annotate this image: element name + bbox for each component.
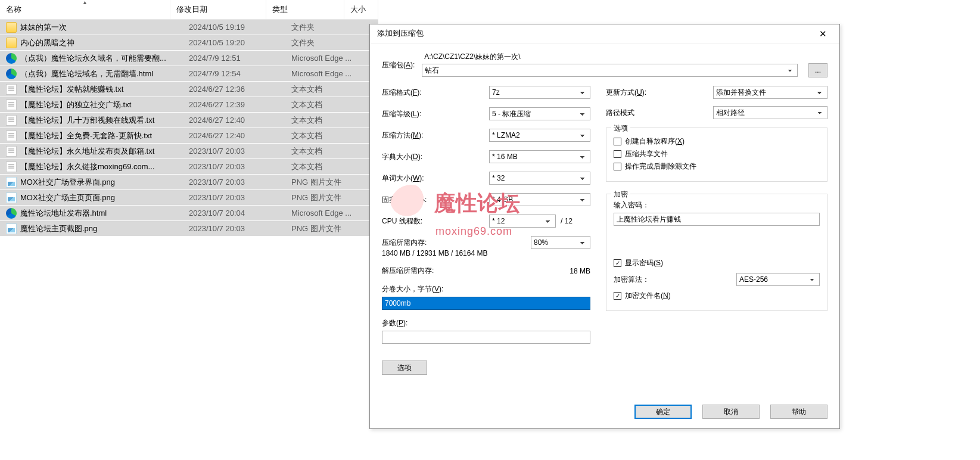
table-row[interactable]: MOX社交广场主页页面.png2023/10/7 20:03PNG 图片文件 (0, 190, 378, 206)
archive-label: 压缩包(A): (382, 52, 415, 70)
file-date: 2024/10/5 19:19 (183, 23, 285, 32)
file-date: 2024/10/5 19:20 (183, 38, 285, 47)
table-row[interactable]: 【魔性论坛】永久地址发布页及邮箱.txt2023/10/7 20:03文本文档 (0, 144, 378, 159)
table-row[interactable]: 【魔性论坛】的独立社交广场.txt2024/6/27 12:39文本文档 (0, 97, 378, 113)
table-row[interactable]: 【魔性论坛】发帖就能赚钱.txt2024/6/27 12:36文本文档 (0, 82, 378, 97)
password-input[interactable] (614, 213, 820, 226)
folder-icon (6, 38, 17, 48)
header-name[interactable]: ▲名称 (0, 0, 170, 19)
file-name: 魔性论坛地址发布器.html (20, 208, 107, 219)
dialog-title: 添加到压缩包 (377, 29, 424, 39)
format-label: 压缩格式(F): (382, 88, 489, 98)
method-label: 压缩方法(M): (382, 130, 489, 141)
file-type: PNG 图片文件 (285, 223, 369, 234)
browse-button[interactable]: ... (808, 63, 827, 77)
show-password-checkbox[interactable]: 显示密码(S) (614, 258, 820, 268)
file-type: 文本文档 (285, 100, 369, 110)
dict-select[interactable]: * 16 MB (489, 150, 590, 163)
list-header: ▲名称 修改日期 类型 大小 (0, 0, 378, 20)
file-name: MOX社交广场主页页面.png (20, 192, 115, 203)
file-name: （点我）魔性论坛域名，无需翻墙.html (20, 69, 153, 79)
file-name: 【魔性论坛】永久地址发布页及邮箱.txt (20, 146, 154, 157)
mem-compress-value: 1840 MB / 12931 MB / 16164 MB (382, 249, 590, 257)
table-row[interactable]: 魔性论坛主页截图.png2023/10/7 20:03PNG 图片文件 (0, 221, 378, 237)
encrypt-names-checkbox[interactable]: 加密文件名(N) (614, 291, 820, 301)
level-select[interactable]: 5 - 标准压缩 (489, 107, 590, 120)
table-row[interactable]: MOX社交广场登录界面.png2023/10/7 20:03PNG 图片文件 (0, 175, 378, 190)
delete-checkbox[interactable]: 操作完成后删除源文件 (614, 161, 820, 172)
mem-decompress-label: 解压缩所需内存: (382, 266, 434, 276)
pathmode-label: 路径模式 (606, 108, 713, 118)
file-name: 魔性论坛主页截图.png (20, 223, 97, 234)
table-row[interactable]: （点我）魔性论坛域名，无需翻墙.html2024/7/9 12:54Micros… (0, 66, 378, 82)
mem-compress-label: 压缩所需内存: (382, 238, 427, 248)
table-row[interactable]: 魔性论坛地址发布器.html2023/10/7 20:04Microsoft E… (0, 206, 378, 221)
txt-icon (6, 100, 17, 110)
file-type: Microsoft Edge ... (285, 54, 369, 63)
table-row[interactable]: 妹妹的第一次2024/10/5 19:19文件夹 (0, 20, 378, 35)
word-label: 单词大小(W): (382, 173, 489, 184)
options-legend: 选项 (611, 123, 630, 133)
table-row[interactable]: （点我）魔性论坛永久域名，可能需要翻...2024/7/9 12:51Micro… (0, 51, 378, 66)
checkbox-icon (614, 163, 621, 170)
file-list: ▲名称 修改日期 类型 大小 妹妹的第一次2024/10/5 19:19文件夹内… (0, 0, 378, 237)
file-date: 2023/10/7 20:03 (183, 178, 285, 187)
shared-checkbox[interactable]: 压缩共享文件 (614, 149, 820, 159)
dialog-titlebar[interactable]: 添加到压缩包 ✕ (370, 24, 839, 43)
file-name: MOX社交广场登录界面.png (20, 177, 115, 188)
file-name: 【魔性论坛】永久链接moxing69.com... (20, 161, 154, 172)
mem-pct-select[interactable]: 80% (531, 236, 590, 249)
enc-method-label: 加密算法： (614, 275, 721, 285)
txt-icon (6, 161, 17, 172)
edge-icon (6, 69, 17, 79)
split-size-input[interactable] (382, 297, 590, 310)
sfx-checkbox[interactable]: 创建自释放程序(X) (614, 136, 820, 147)
edge-icon (6, 208, 17, 219)
header-date[interactable]: 修改日期 (170, 0, 266, 19)
checkbox-icon (614, 150, 621, 158)
table-row[interactable]: 【魔性论坛】几十万部视频在线观看.txt2024/6/27 12:40文本文档 (0, 113, 378, 128)
enc-method-select[interactable]: AES-256 (736, 273, 820, 286)
options-button[interactable]: 选项 (382, 360, 427, 375)
txt-icon (6, 146, 17, 157)
help-button[interactable]: 帮助 (770, 405, 827, 419)
txt-icon (6, 115, 17, 126)
cancel-button[interactable]: 取消 (702, 405, 760, 419)
word-select[interactable]: * 32 (489, 172, 590, 185)
file-type: 文件夹 (285, 38, 369, 48)
close-icon[interactable]: ✕ (812, 27, 833, 41)
format-select[interactable]: 7z (489, 86, 590, 99)
file-name: 妹妹的第一次 (20, 22, 67, 33)
mem-decompress-value: 18 MB (570, 267, 590, 275)
table-row[interactable]: 内心的黑暗之神2024/10/5 19:20文件夹 (0, 35, 378, 51)
threads-label: CPU 线程数: (382, 216, 489, 226)
png-icon (6, 177, 17, 188)
file-date: 2023/10/7 20:03 (183, 224, 285, 233)
options-fieldset: 选项 创建自释放程序(X) 压缩共享文件 操作完成后删除源文件 (606, 128, 827, 182)
table-row[interactable]: 【魔性论坛】永久链接moxing69.com...2023/10/7 20:03… (0, 159, 378, 175)
file-date: 2024/6/27 12:36 (183, 85, 285, 94)
file-name: 【魔性论坛】的独立社交广场.txt (20, 100, 131, 110)
png-icon (6, 192, 17, 203)
method-select[interactable]: * LZMA2 (489, 129, 590, 142)
file-type: 文本文档 (285, 130, 369, 141)
threads-select[interactable]: * 12 (489, 215, 556, 228)
archive-name-input[interactable]: 钻石 (422, 64, 798, 77)
param-input[interactable] (382, 331, 590, 344)
update-select[interactable]: 添加并替换文件 (713, 86, 827, 99)
header-type[interactable]: 类型 (266, 0, 344, 19)
checkbox-icon (614, 292, 621, 300)
table-row[interactable]: 【魔性论坛】全免费-无套路-更新快.txt2024/6/27 12:40文本文档 (0, 128, 378, 144)
archive-path: A:\CZ\CZ1\CZ2\妹妹的第一次\ (422, 52, 827, 62)
txt-icon (6, 84, 17, 95)
pathmode-select[interactable]: 相对路径 (713, 106, 827, 119)
encryption-fieldset: 加密 输入密码： 显示密码(S) 加密算法：AES-256 加密文件名(N) (606, 194, 827, 311)
file-type: 文件夹 (285, 22, 369, 33)
solid-select[interactable]: * 4 GB (489, 193, 590, 206)
ok-button[interactable]: 确定 (634, 405, 692, 419)
encryption-legend: 加密 (611, 189, 630, 200)
header-size[interactable]: 大小 (344, 0, 378, 19)
file-type: PNG 图片文件 (285, 177, 369, 188)
file-date: 2023/10/7 20:03 (183, 193, 285, 202)
sort-asc-icon: ▲ (82, 0, 88, 5)
